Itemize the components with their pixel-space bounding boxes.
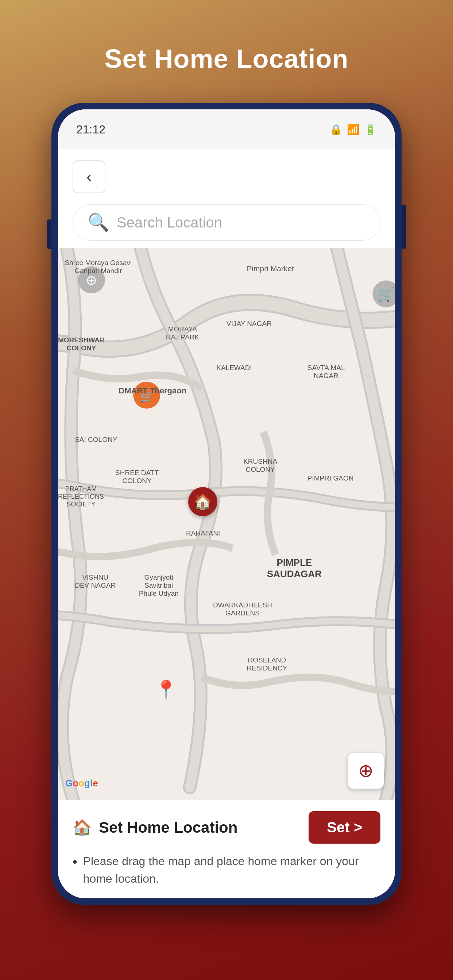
gray-pin: 📍 [155, 679, 177, 700]
status-time: 21:12 [76, 123, 105, 136]
phone-frame: 21:12 🔒 📶 🔋 ‹ 🔍 Search Location [51, 103, 402, 905]
map-label-rahatani: RAHATANI [186, 530, 220, 538]
map-label-vishnu: VISHNUDEV NAGAR [75, 573, 116, 590]
back-button[interactable]: ‹ [73, 161, 105, 193]
svg-rect-0 [58, 248, 395, 800]
crosshair-icon: ⊕ [358, 760, 373, 781]
status-bar: 21:12 🔒 📶 🔋 [58, 110, 395, 150]
search-bar[interactable]: 🔍 Search Location [73, 204, 380, 240]
home-icon-small: 🏠 [73, 818, 91, 836]
map-label-vijay: VIJAY NAGAR [226, 320, 272, 328]
page-title: Set Home Location [104, 44, 348, 74]
map-label-krushna: KRUSHNACOLONY [243, 458, 277, 474]
home-marker: 🏠 [188, 487, 217, 516]
back-arrow-icon: ‹ [86, 169, 91, 185]
search-container: 🔍 Search Location [58, 200, 395, 248]
map-label-moraya-park: MORAYARAJ PARK [166, 325, 199, 341]
bottom-panel: 🏠 Set Home Location Set > • Please drag … [58, 800, 395, 898]
map-label-shreedatt: SHREE DATTCOLONY [115, 469, 159, 485]
map-label-dwarka: DWARKADHEESHGARDENS [213, 601, 272, 617]
google-logo: Google [65, 778, 98, 789]
set-button[interactable]: Set > [309, 811, 380, 844]
status-icons: 🔒 📶 🔋 [330, 124, 377, 135]
map-container[interactable]: ⊕ 🛒 🛒 Shree Moraya GosaviGanpati Mandir … [58, 248, 395, 800]
map-label-pratham: PRATHAMREFLECTIONSSOCIETY [58, 485, 104, 508]
home-marker-icon: 🏠 [194, 493, 212, 511]
set-home-label: 🏠 Set Home Location [73, 818, 238, 836]
map-label-savta: SAVTA MALNAGAR [308, 364, 345, 380]
map-label-gyanjyoti: GyanjyotiSavitribaiPhule Udyan [139, 573, 179, 598]
map-label-moraya: Shree Moraya GosaviGanpati Mandir [65, 259, 132, 275]
map-label-kalewadi: KALEWADI [216, 364, 252, 372]
map-label-pimple: PIMPLESAUDAGAR [267, 557, 322, 580]
map-label-pimpri: Pimpri Market [247, 264, 294, 273]
instruction-text: Please drag the map and place home marke… [83, 853, 380, 888]
svg-text:🛒: 🛒 [378, 286, 395, 302]
search-icon: 🔍 [88, 212, 109, 232]
map-label-sai: SAI COLONY [75, 436, 117, 444]
map-label-roseland: ROSELANDRESIDENCY [247, 656, 287, 672]
map-label-moreshwar: MORESHWARCOLONY [58, 336, 105, 352]
crosshair-button[interactable]: ⊕ [348, 752, 384, 789]
bullet-icon: • [73, 854, 77, 870]
search-placeholder: Search Location [117, 215, 222, 231]
app-content: ‹ 🔍 Search Location [58, 150, 395, 898]
map-label-pimprigaon: PIMPRI GAON [308, 474, 354, 482]
top-nav: ‹ [58, 150, 395, 200]
map-label-dmart: DMART Thergaon [118, 386, 187, 396]
